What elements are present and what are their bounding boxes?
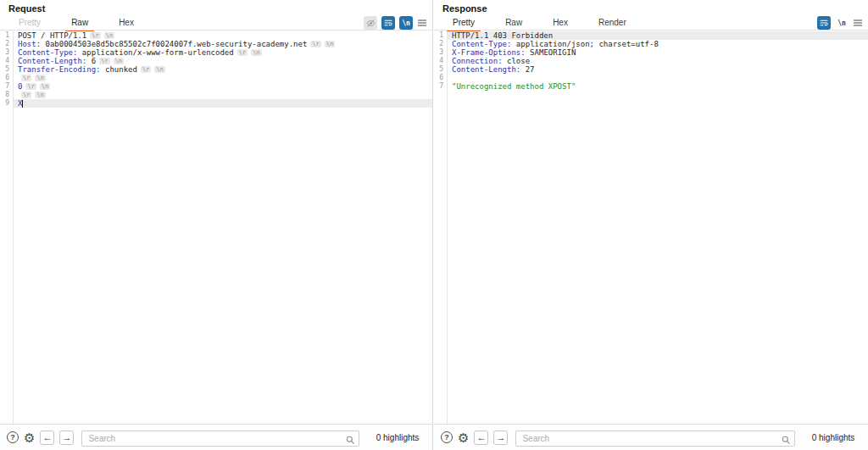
request-search-input[interactable] [81, 431, 359, 447]
crlf-badge: \n [114, 58, 124, 64]
line-text[interactable]: X [13, 99, 432, 108]
show-newlines-icon[interactable]: \n [399, 16, 413, 30]
tab-hex[interactable]: Hex [113, 15, 140, 32]
tab-raw[interactable]: Raw [499, 15, 528, 32]
next-match-button[interactable]: → [59, 431, 74, 445]
request-searchbar: ? ⚙ ← → 0 highlights [0, 424, 432, 450]
response-code: 1HTTP/1.1 403 Forbidden2Content-Type: ap… [434, 31, 868, 91]
line-text[interactable]: \r\n [13, 74, 432, 82]
code-token: 6 [86, 57, 96, 65]
request-editor[interactable]: 1POST / HTTP/1.1\r\n2Host: 0ab0004503e8d… [0, 31, 432, 424]
line-number: 6 [0, 74, 13, 82]
next-match-button[interactable]: → [493, 431, 508, 445]
code-line: 7"Unrecognized method XPOST" [434, 82, 868, 91]
code-line: 5Transfer-Encoding: chunked\r\n [0, 65, 432, 74]
tab-hex[interactable]: Hex [547, 15, 574, 32]
line-text[interactable]: Content-Length: 27 [447, 65, 868, 74]
line-text[interactable]: 0\r\n [13, 82, 432, 91]
code-token: chunked [101, 65, 137, 74]
prev-match-button[interactable]: ← [474, 431, 488, 445]
code-token: 0 [18, 82, 22, 91]
crlf-badge: \n [251, 49, 261, 56]
code-line: 4Content-Length: 6\r\n [0, 57, 432, 65]
line-text[interactable]: \r\n [13, 91, 432, 99]
code-line: 2Content-Type: application/json; charset… [434, 40, 868, 48]
code-token: POST / HTTP/1.1 [18, 31, 86, 40]
line-number: 7 [0, 82, 13, 91]
crlf-badge: \r [237, 49, 248, 56]
code-token: close [503, 57, 531, 65]
repeater-window: Request PrettyRawHex [0, 0, 868, 450]
line-text[interactable]: X-Frame-Options: SAMEORIGIN [447, 48, 868, 57]
line-text[interactable]: Connection: close [447, 57, 868, 65]
crlf-badge: \n [35, 92, 45, 98]
line-number: 2 [0, 40, 13, 48]
code-line: 5Content-Length: 27 [434, 65, 868, 74]
line-text[interactable]: Content-Type: application/x-www-form-url… [13, 48, 432, 57]
line-number: 9 [0, 99, 13, 108]
code-token: HTTP/1.1 403 Forbidden [452, 31, 553, 40]
code-line: 8\r\n [0, 91, 432, 99]
line-text[interactable] [447, 74, 868, 82]
crlf-badge: \n [325, 41, 335, 47]
line-text[interactable]: Transfer-Encoding: chunked\r\n [13, 65, 432, 74]
code-token: Transfer-Encoding: [18, 65, 101, 74]
prev-match-button[interactable]: ← [40, 431, 54, 445]
line-number: 1 [434, 31, 447, 40]
code-line: 6 [434, 74, 868, 82]
code-line: 2Host: 0ab0004503e8d5bc85502c7f0024007f.… [0, 40, 432, 48]
code-token: Content-Type: [18, 48, 77, 57]
line-number: 4 [434, 57, 447, 65]
editor-menu-icon[interactable] [853, 15, 863, 31]
code-line: 70\r\n [0, 82, 432, 91]
gear-icon[interactable]: ⚙ [458, 431, 469, 444]
word-wrap-icon[interactable] [381, 16, 395, 30]
code-line: 1HTTP/1.1 403 Forbidden [434, 31, 868, 40]
line-text[interactable]: POST / HTTP/1.1\r\n [13, 31, 432, 40]
response-editor[interactable]: 1HTTP/1.1 403 Forbidden2Content-Type: ap… [434, 31, 868, 424]
line-number: 8 [0, 91, 13, 99]
request-search-wrap [81, 430, 359, 446]
crlf-badge: \r [141, 66, 151, 73]
request-header-icons: \n [364, 15, 427, 31]
code-line: 4Connection: close [434, 57, 868, 65]
crlf-badge: \r [99, 58, 109, 64]
code-token: Content-Length: [452, 65, 520, 74]
request-panel: Request PrettyRawHex [0, 0, 433, 450]
code-token: "Unrecognized method XPOST" [452, 82, 576, 91]
line-number: 3 [434, 48, 447, 57]
code-line: 3Content-Type: application/x-www-form-ur… [0, 48, 432, 57]
response-header: Response PrettyRawHexRender \n [434, 0, 868, 31]
code-token: SAMEORIGIN [526, 48, 576, 57]
crlf-badge: \r [25, 83, 36, 90]
gear-icon[interactable]: ⚙ [24, 431, 35, 444]
tab-pretty[interactable]: Pretty [447, 15, 481, 32]
line-number: 4 [0, 57, 13, 65]
tab-render[interactable]: Render [593, 15, 632, 32]
line-number: 1 [0, 31, 13, 40]
code-token: Content-Type: [452, 40, 511, 48]
help-icon[interactable]: ? [7, 431, 19, 443]
line-number: 7 [434, 82, 447, 91]
code-line: 1POST / HTTP/1.1\r\n [0, 31, 432, 40]
response-panel: Response PrettyRawHexRender \n [434, 0, 868, 450]
eye-slash-icon[interactable] [364, 16, 377, 30]
help-icon[interactable]: ? [441, 431, 453, 443]
code-token: application/x-www-form-urlencoded [77, 48, 233, 57]
line-text[interactable]: "Unrecognized method XPOST" [447, 82, 868, 91]
request-tabs: PrettyRawHex [3, 15, 149, 32]
word-wrap-icon[interactable] [817, 16, 831, 30]
code-token: application/json; charset=utf-8 [511, 40, 658, 48]
line-text[interactable]: Host: 0ab0004503e8d5bc85502c7f0024007f.w… [13, 40, 432, 48]
tab-raw[interactable]: Raw [65, 15, 94, 32]
response-header-icons: \n [817, 15, 863, 31]
line-text[interactable]: HTTP/1.1 403 Forbidden [447, 31, 868, 40]
editor-menu-icon[interactable] [417, 15, 427, 31]
line-number: 5 [0, 65, 13, 74]
response-search-input[interactable] [515, 431, 795, 447]
crlf-badge: \n [154, 66, 164, 73]
line-text[interactable]: Content-Type: application/json; charset=… [447, 40, 868, 48]
line-number: 2 [434, 40, 447, 48]
show-newlines-icon[interactable]: \n [835, 16, 849, 30]
line-text[interactable]: Content-Length: 6\r\n [13, 57, 432, 65]
